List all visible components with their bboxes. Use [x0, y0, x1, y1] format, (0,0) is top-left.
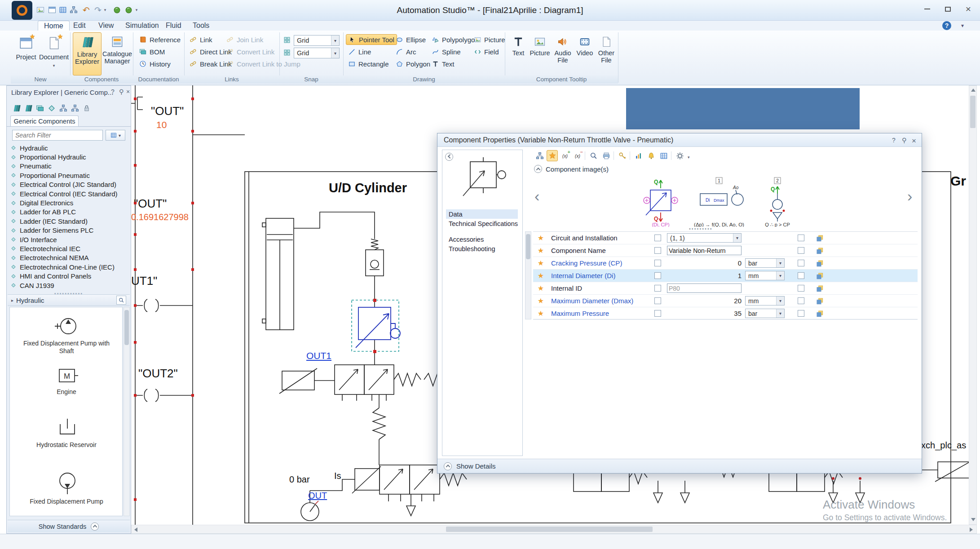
settings-button[interactable] — [674, 150, 685, 161]
dialog-close-icon[interactable]: × — [912, 137, 916, 146]
unit-dropdown[interactable]: bar▾ — [745, 309, 785, 318]
component-name-input[interactable] — [667, 246, 742, 255]
scroll-right-arrow[interactable] — [970, 527, 973, 532]
tree-item-ladder-ab-plc[interactable]: Ladder for AB PLC — [10, 208, 126, 217]
tree-item-electrical-jic[interactable]: Electrical Control (JIC Standard) — [10, 180, 126, 189]
library-explorer-button[interactable]: Library Explorer — [73, 32, 102, 75]
property-checkbox-2[interactable] — [793, 235, 809, 241]
library-structure-button[interactable] — [70, 103, 80, 114]
show-details-bar[interactable]: Show Details — [437, 459, 922, 473]
redo-icon[interactable]: ↷ — [93, 4, 103, 15]
toolbar-overflow-icon[interactable]: ▾ — [688, 155, 690, 159]
tooltip-video-button[interactable]: Video — [575, 33, 595, 75]
component-label[interactable]: Hydrostatic Reservoir — [19, 441, 114, 449]
library-layers-button[interactable] — [35, 103, 45, 114]
carousel-next-icon[interactable]: › — [907, 187, 912, 205]
pressure-label[interactable]: 0 bar — [289, 474, 310, 485]
grid-snap-select[interactable]: Grid▾ — [294, 35, 340, 46]
grid-style-dropdown-icon[interactable]: ▾ — [331, 48, 339, 58]
tree-item-digital-electronics[interactable]: Digital Electronics — [10, 198, 126, 207]
favorite-star-icon[interactable]: ★ — [533, 309, 548, 318]
library-tree-button[interactable] — [58, 103, 69, 114]
library-view-2-button[interactable] — [23, 103, 34, 114]
library-lock-button[interactable] — [81, 103, 92, 114]
tree-item-ladder-siemens[interactable]: Ladder for Siemens PLC — [10, 226, 126, 235]
spline-button[interactable]: Spline — [429, 46, 463, 57]
pointer-tool-button[interactable]: Pointer Tool — [346, 34, 397, 45]
scroll-down-arrow[interactable] — [971, 518, 976, 521]
tooltip-picture-button[interactable]: Picture — [529, 33, 551, 75]
property-checkbox[interactable] — [650, 260, 665, 266]
property-checkbox[interactable] — [650, 297, 665, 304]
arc-button[interactable]: Arc — [393, 46, 419, 57]
security-key-button[interactable] — [617, 150, 628, 161]
report-button[interactable] — [658, 150, 669, 161]
unit-dropdown[interactable]: bar▾ — [745, 258, 785, 268]
print-button[interactable] — [600, 150, 612, 161]
tab-generic-components[interactable]: Generic Components — [10, 115, 79, 126]
minimize-ribbon-button[interactable]: ▾ — [957, 22, 968, 29]
tooltip-audio-button[interactable]: Audio File — [552, 33, 574, 75]
transfer-icon[interactable] — [809, 234, 830, 242]
component-list-scrollbar[interactable] — [124, 307, 130, 516]
dropdown-icon[interactable]: ▾ — [733, 234, 741, 242]
simulation-play-icon[interactable] — [111, 4, 122, 15]
document-button[interactable]: Document ▾ — [40, 33, 67, 75]
line-button[interactable]: Line — [346, 46, 373, 57]
property-checkbox-2[interactable] — [793, 260, 809, 266]
panel-help-icon[interactable]: ? — [111, 88, 115, 95]
tree-item-hmi-control-panels[interactable]: HMI and Control Panels — [10, 271, 126, 280]
property-label[interactable]: Cracking Pressure (CP) — [548, 259, 650, 267]
show-standards-bar[interactable]: Show Standards — [8, 520, 130, 532]
tab-tools[interactable]: Tools — [187, 21, 215, 31]
tree-item-can-j1939[interactable]: CAN J1939 — [10, 281, 126, 290]
property-label[interactable]: Maximum Diameter (Dmax) — [548, 297, 650, 305]
vertical-scroll-thumb[interactable] — [970, 96, 976, 128]
minimize-button[interactable] — [917, 2, 937, 16]
property-checkbox[interactable] — [650, 285, 665, 292]
property-value[interactable]: 35 — [665, 310, 745, 317]
out1-link-label[interactable]: OUT1 — [306, 350, 331, 361]
dropdown-icon[interactable]: ▾ — [776, 297, 784, 305]
panel-pin-icon[interactable]: ⚲ — [119, 88, 124, 95]
polygon-button[interactable]: Polygon — [393, 58, 433, 69]
pump-icon[interactable] — [56, 470, 79, 496]
horizontal-scrollbar[interactable] — [131, 525, 977, 534]
component-images-carousel[interactable]: Q Q (Di, CP) 1 Di Dmax Ao (Δp) → f(Q, Di… — [640, 177, 811, 227]
grid-scroll-thumb[interactable] — [526, 234, 530, 259]
redo-dropdown-icon[interactable]: ▾ — [102, 4, 108, 15]
nav-troubleshooting[interactable]: Troubleshooting — [446, 244, 518, 253]
section-search-button[interactable] — [116, 296, 126, 305]
solenoid-label[interactable]: Is — [334, 471, 341, 481]
rung-tag-label[interactable]: "OUT2" — [138, 367, 178, 381]
property-label[interactable]: Internal Diameter (Di) — [548, 272, 650, 279]
property-label[interactable]: Maximum Pressure — [548, 310, 650, 317]
tree-item-electrotechnical-nema[interactable]: Electrotechnical NEMA — [10, 253, 126, 262]
tooltip-text-button[interactable]: Text — [508, 33, 528, 75]
tooltip-other-file-button[interactable]: Other File — [596, 33, 617, 75]
tree-item-proportional-hydraulic[interactable]: Proportional Hydraulic — [10, 152, 126, 161]
property-checkbox[interactable] — [650, 310, 665, 317]
reference-button[interactable]: Reference — [137, 34, 183, 45]
tab-fluid[interactable]: Fluid — [160, 21, 187, 31]
transfer-icon[interactable] — [809, 297, 830, 305]
out-link-label[interactable]: OUT — [308, 491, 327, 501]
qat-dropdown-icon[interactable]: ▾ — [134, 4, 139, 15]
join-link-button[interactable]: Join Link — [224, 34, 265, 45]
search-input[interactable] — [12, 130, 103, 141]
nav-technical-specifications[interactable]: Technical Specifications — [446, 219, 518, 228]
project-button[interactable]: Project — [13, 33, 39, 75]
property-checkbox[interactable] — [650, 235, 665, 241]
favorite-star-icon[interactable]: ★ — [533, 297, 548, 305]
link-button[interactable]: Link — [187, 34, 215, 45]
property-value[interactable]: 1 — [665, 272, 745, 279]
property-checkbox[interactable] — [650, 272, 665, 279]
rung-tag-label[interactable]: UT1" — [131, 274, 157, 288]
dropdown-icon[interactable]: ▾ — [776, 271, 784, 280]
component-label[interactable]: Fixed Displacement Pump — [19, 498, 114, 505]
favorite-star-icon[interactable]: ★ — [533, 259, 548, 267]
property-checkbox[interactable] — [650, 247, 665, 254]
property-value[interactable]: 0 — [665, 259, 745, 267]
tab-home[interactable]: Home — [38, 21, 70, 31]
dropdown-icon[interactable]: ▾ — [776, 309, 784, 318]
